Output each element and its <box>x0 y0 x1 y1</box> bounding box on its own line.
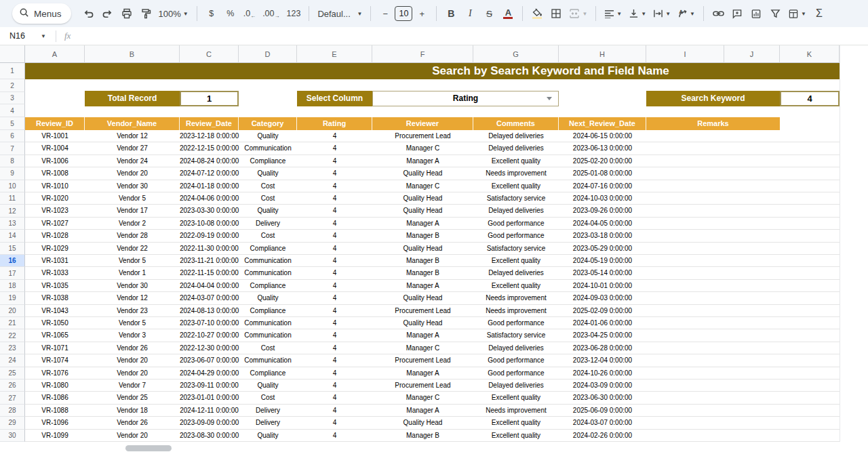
cell-review_date[interactable]: 2023-06-07 0:00:00 <box>180 354 239 367</box>
table-views-button[interactable]: ▼ <box>785 4 809 23</box>
cell-comments[interactable]: Excellent quality <box>473 430 559 442</box>
cell-rating[interactable]: 4 <box>297 192 372 205</box>
cell-review_id[interactable]: VR-1076 <box>25 367 85 379</box>
strikethrough-button[interactable]: S <box>480 4 498 23</box>
row-header-18[interactable]: 18 <box>0 280 25 292</box>
bold-button[interactable]: B <box>442 4 460 23</box>
column-header-D[interactable]: D <box>239 45 297 63</box>
cell-reviewer[interactable]: Manager B <box>372 255 473 267</box>
cell-category[interactable]: Compliance <box>239 367 297 379</box>
row-header-19[interactable]: 19 <box>0 292 25 304</box>
row-header-8[interactable]: 8 <box>0 155 25 167</box>
row-header-28[interactable]: 28 <box>0 405 25 417</box>
cell-rating[interactable]: 4 <box>297 305 372 317</box>
cell-review_date[interactable]: 2023-10-08 0:00:00 <box>180 218 239 230</box>
cell-reviewer[interactable]: Quality Head <box>372 417 473 429</box>
text-rotation-button[interactable]: A ▼ <box>675 4 698 23</box>
row-header-21[interactable]: 21 <box>0 317 25 329</box>
cell-reviewer[interactable]: Procurement Lead <box>372 354 473 367</box>
decrease-decimal-button[interactable]: .0← <box>241 4 258 23</box>
cell-rating[interactable]: 4 <box>297 167 372 180</box>
cell-next_review_date[interactable]: 2023-05-29 0:00:00 <box>559 243 646 255</box>
cell-vendor_name[interactable]: Vendor 12 <box>85 292 180 304</box>
column-header-C[interactable]: C <box>180 45 239 63</box>
cell-comments[interactable]: Good performance <box>473 218 559 230</box>
cell-next_review_date[interactable]: 2024-10-01 0:00:00 <box>559 280 646 292</box>
cell-category[interactable]: Compliance <box>239 280 297 292</box>
row-header-22[interactable]: 22 <box>0 329 25 342</box>
cell-reviewer[interactable]: Manager C <box>372 180 473 192</box>
cell-review_id[interactable]: VR-1086 <box>25 392 85 404</box>
cell-review_id[interactable]: VR-1038 <box>25 292 85 304</box>
cell-review_date[interactable]: 2023-01-01 0:00:00 <box>180 392 239 404</box>
cell-next_review_date[interactable]: 2023-04-25 0:00:00 <box>559 329 646 342</box>
cell-reviewer[interactable]: Manager A <box>372 367 473 379</box>
cell-rating[interactable]: 4 <box>297 142 372 155</box>
cell-review_date[interactable]: 2024-04-29 0:00:00 <box>180 367 239 379</box>
cell-rating[interactable]: 4 <box>297 130 372 142</box>
cell-vendor_name[interactable]: Vendor 1 <box>85 267 180 279</box>
cell-rating[interactable]: 4 <box>297 155 372 167</box>
cell-review_id[interactable]: VR-1001 <box>25 130 85 142</box>
cell-comments[interactable]: Excellent quality <box>473 155 559 167</box>
cell-vendor_name[interactable]: Vendor 26 <box>85 417 180 429</box>
cell-next_review_date[interactable]: 2023-12-04 0:00:00 <box>559 354 646 367</box>
increase-font-size-button[interactable]: + <box>413 4 431 23</box>
row-header-2[interactable]: 2 <box>0 79 25 92</box>
cell-review_date[interactable]: 2022-12-30 0:00:00 <box>180 342 239 354</box>
cell-review_id[interactable]: VR-1031 <box>25 255 85 267</box>
cell-rating[interactable]: 4 <box>297 267 372 279</box>
cell-category[interactable]: Communication <box>239 329 297 342</box>
cell-reviewer[interactable]: Manager A <box>372 405 473 417</box>
print-icon[interactable] <box>118 4 136 23</box>
cell-review_date[interactable]: 2024-08-13 0:00:00 <box>180 305 239 317</box>
filter-button[interactable] <box>766 4 784 23</box>
cell-next_review_date[interactable]: 2025-01-08 0:00:00 <box>559 167 646 180</box>
cell-review_date[interactable]: 2022-11-15 0:00:00 <box>180 267 239 279</box>
more-formats-button[interactable]: 123 <box>284 4 304 23</box>
cell-comments[interactable]: Good performance <box>473 367 559 379</box>
row-header-24[interactable]: 24 <box>0 354 25 367</box>
insert-comment-button[interactable] <box>728 4 746 23</box>
cell-category[interactable]: Compliance <box>239 155 297 167</box>
cell-rating[interactable]: 4 <box>297 354 372 367</box>
cell-vendor_name[interactable]: Vendor 2 <box>85 218 180 230</box>
cell-review_date[interactable]: 2023-08-30 0:00:00 <box>180 430 239 442</box>
cell-review_date[interactable]: 2024-01-18 0:00:00 <box>180 180 239 192</box>
cell-category[interactable]: Quality <box>239 167 297 180</box>
cell-vendor_name[interactable]: Vendor 25 <box>85 392 180 404</box>
cell-reviewer[interactable]: Quality Head <box>372 243 473 255</box>
cell-category[interactable]: Cost <box>239 192 297 205</box>
cell-category[interactable]: Communication <box>239 255 297 267</box>
cell-rating[interactable]: 4 <box>297 342 372 354</box>
cell-reviewer[interactable]: Manager B <box>372 267 473 279</box>
row-header-14[interactable]: 14 <box>0 230 25 242</box>
cell-vendor_name[interactable]: Vendor 7 <box>85 379 180 392</box>
column-header-A[interactable]: A <box>25 45 85 63</box>
cell-comments[interactable]: Excellent quality <box>473 280 559 292</box>
cell-review_date[interactable]: 2022-12-15 0:00:00 <box>180 142 239 155</box>
cell-vendor_name[interactable]: Vendor 3 <box>85 329 180 342</box>
cell-category[interactable]: Quality <box>239 379 297 392</box>
cell-review_id[interactable]: VR-1023 <box>25 205 85 217</box>
cell-rating[interactable]: 4 <box>297 180 372 192</box>
cell-next_review_date[interactable]: 2024-10-26 0:00:00 <box>559 367 646 379</box>
merge-cells-button[interactable]: ▼ <box>566 4 590 23</box>
functions-button[interactable]: Σ <box>810 4 828 23</box>
font-select[interactable]: Defaul... ▼ <box>315 4 365 23</box>
increase-decimal-button[interactable]: .00→ <box>260 4 282 23</box>
cell-comments[interactable]: Excellent quality <box>473 392 559 404</box>
cell-comments[interactable]: Needs improvement <box>473 305 559 317</box>
vertical-align-button[interactable]: ▼ <box>626 4 649 23</box>
cell-vendor_name[interactable]: Vendor 20 <box>85 367 180 379</box>
cell-next_review_date[interactable]: 2023-03-18 0:00:00 <box>559 230 646 242</box>
cell-review_date[interactable]: 2023-12-18 0:00:00 <box>180 130 239 142</box>
name-box-chevron-icon[interactable]: ▼ <box>41 33 46 39</box>
insert-chart-button[interactable] <box>747 4 765 23</box>
cell-review_date[interactable]: 2024-04-06 0:00:00 <box>180 192 239 205</box>
cell-next_review_date[interactable]: 2024-04-05 0:00:00 <box>559 218 646 230</box>
paint-format-icon[interactable] <box>137 4 155 23</box>
cell-review_date[interactable]: 2024-08-24 0:00:00 <box>180 155 239 167</box>
cell-reviewer[interactable]: Manager A <box>372 155 473 167</box>
font-size-input[interactable]: 10 <box>395 6 412 21</box>
